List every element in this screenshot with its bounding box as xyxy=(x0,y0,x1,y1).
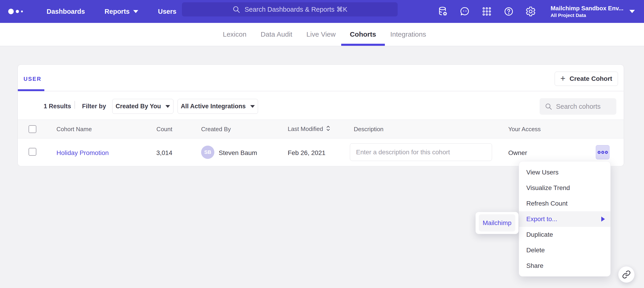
search-icon xyxy=(232,5,240,14)
tab-lexicon[interactable]: Lexicon xyxy=(223,23,246,46)
help-icon[interactable] xyxy=(504,6,514,17)
select-all-checkbox[interactable] xyxy=(28,125,36,133)
access-value: Owner xyxy=(508,149,527,157)
col-count: Count xyxy=(121,125,172,132)
menu-item-visualize-trend[interactable]: Visualize Trend xyxy=(519,180,610,196)
table-header-row: Cohort Name Count Created By Last Modifi… xyxy=(18,119,624,138)
row-more-actions-button[interactable] xyxy=(596,145,610,159)
feedback-icon[interactable] xyxy=(460,6,470,17)
nav-item-users[interactable]: Users xyxy=(158,8,176,15)
col-cohort-name: Cohort Name xyxy=(56,125,92,132)
settings-gear-icon[interactable] xyxy=(526,6,536,17)
data-management-icon[interactable] xyxy=(438,6,448,17)
menu-item-refresh-count[interactable]: Refresh Count xyxy=(519,196,610,211)
nav-item-reports[interactable]: Reports xyxy=(105,8,138,15)
ellipsis-icon xyxy=(598,151,600,154)
search-icon xyxy=(544,103,552,110)
chevron-down-icon xyxy=(250,105,255,108)
col-last-modified-sort[interactable]: Last Modified xyxy=(288,125,331,133)
col-description: Description xyxy=(354,125,384,132)
row-checkbox[interactable] xyxy=(28,148,36,156)
chevron-down-icon xyxy=(166,105,170,108)
chevron-down-icon xyxy=(133,10,138,13)
mixpanel-logo-icon[interactable] xyxy=(8,9,29,14)
project-name: Mailchimp Sandbox Env... xyxy=(550,5,624,12)
menu-item-view-users[interactable]: View Users xyxy=(519,165,610,180)
project-scope: All Project Data xyxy=(550,12,624,18)
created-by-filter-dropdown[interactable]: Created By You xyxy=(112,99,174,114)
cohort-search-input[interactable] xyxy=(556,103,611,110)
tab-live-view[interactable]: Live View xyxy=(306,23,336,46)
tab-data-audit[interactable]: Data Audit xyxy=(260,23,292,46)
create-cohort-button[interactable]: + Create Cohort xyxy=(555,72,618,86)
link-icon xyxy=(622,270,631,279)
cohort-search-box xyxy=(540,98,616,115)
row-context-menu: View Users Visualize Trend Refresh Count… xyxy=(519,161,611,276)
sort-icon xyxy=(326,125,331,133)
menu-item-share[interactable]: Share xyxy=(519,258,610,273)
tab-cohorts[interactable]: Cohorts xyxy=(350,23,376,46)
submenu-item-mailchimp[interactable]: Mailchimp xyxy=(479,214,515,231)
avatar: SB xyxy=(201,146,214,159)
tab-user-cohorts[interactable]: USER xyxy=(24,76,42,82)
top-navbar: Dashboards Reports Users Search Dashboar… xyxy=(0,0,644,23)
created-by-name: Steven Baum xyxy=(219,149,257,157)
last-modified-date: Feb 26, 2021 xyxy=(288,149,326,157)
menu-item-duplicate[interactable]: Duplicate xyxy=(519,227,610,242)
cohort-name-link[interactable]: Holiday Promotion xyxy=(56,149,109,157)
nav-item-dashboards[interactable]: Dashboards xyxy=(46,8,85,15)
global-search-input[interactable]: Search Dashboards & Reports ⌘K xyxy=(182,2,398,17)
project-switcher[interactable]: Mailchimp Sandbox Env... All Project Dat… xyxy=(550,5,635,18)
divider xyxy=(74,101,75,109)
plus-icon: + xyxy=(560,74,566,83)
description-input[interactable] xyxy=(350,143,492,161)
apps-grid-icon[interactable] xyxy=(482,6,492,17)
col-created-by: Created By xyxy=(201,125,231,132)
tab-integrations[interactable]: Integrations xyxy=(390,23,426,46)
global-search-placeholder: Search Dashboards & Reports ⌘K xyxy=(244,6,347,13)
menu-item-export-to[interactable]: Export to... xyxy=(519,211,610,227)
chevron-down-icon xyxy=(629,10,635,13)
copy-link-button[interactable] xyxy=(618,266,635,283)
col-your-access: Your Access xyxy=(508,125,541,132)
cohorts-panel: USER + Create Cohort 1 Results Filter by… xyxy=(18,65,624,166)
integrations-filter-dropdown[interactable]: All Active Integrations xyxy=(178,99,258,114)
primary-nav: Dashboards Reports Users xyxy=(46,8,176,15)
results-count: 1 Results xyxy=(44,103,71,110)
submenu-arrow-icon xyxy=(601,217,605,222)
active-tab-underline xyxy=(18,89,44,91)
section-tabbar: Lexicon Data Audit Live View Cohorts Int… xyxy=(0,23,644,46)
menu-item-delete[interactable]: Delete xyxy=(519,242,610,258)
navbar-right: Mailchimp Sandbox Env... All Project Dat… xyxy=(438,0,644,23)
section-tabs: Lexicon Data Audit Live View Cohorts Int… xyxy=(223,23,426,46)
export-submenu: Mailchimp xyxy=(476,212,518,234)
divider xyxy=(18,91,624,91)
cohort-count: 3,014 xyxy=(121,149,172,157)
filter-by-label: Filter by xyxy=(82,103,106,110)
